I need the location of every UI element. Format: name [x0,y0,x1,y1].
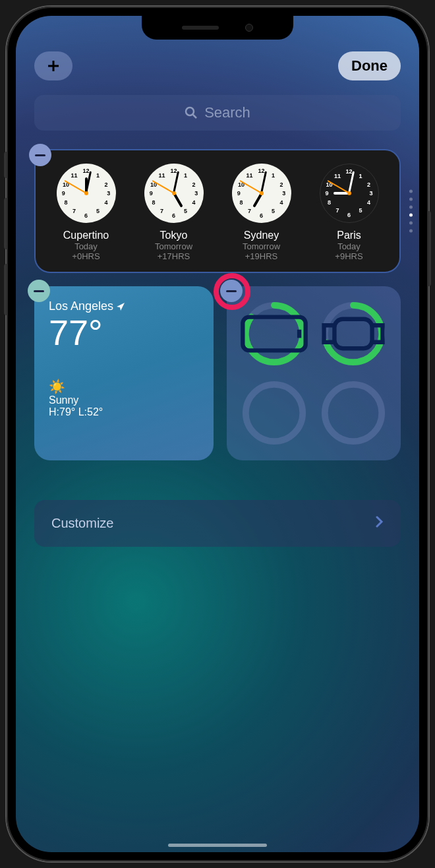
svg-point-11 [246,385,303,441]
svg-rect-10 [334,319,372,348]
clock-item: 121234567891011TokyoTomorrow+17HRS [132,164,215,261]
clock-item: 121234567891011ParisToday+9HRS [308,164,390,261]
remove-world-clock-button[interactable] [29,144,51,166]
done-button[interactable]: Done [338,51,401,80]
home-indicator[interactable] [168,844,267,847]
city-offset: +9HRS [308,251,390,261]
clock-item: 121234567891011CupertinoToday+0HRS [45,164,127,261]
city-name: Paris [308,230,390,241]
world-clock-widget[interactable]: 121234567891011CupertinoToday+0HRS121234… [34,149,401,273]
clock-face: 121234567891011 [232,164,291,223]
weather-condition-icon: ☀️ [49,379,199,394]
city-offset: +19HRS [220,251,303,261]
city-offset: +0HRS [45,251,127,261]
batteries-widget[interactable] [227,286,401,460]
city-day: Today [45,241,127,251]
city-day: Tomorrow [132,241,215,251]
search-input[interactable]: Search [34,95,401,131]
search-icon [185,106,198,119]
battery-ring [239,377,310,449]
add-widget-button[interactable] [34,51,72,80]
plus-icon [46,59,61,73]
weather-hilo: H:79° L:52° [49,406,199,418]
location-arrow-icon [116,302,125,311]
city-day: Tomorrow [220,241,303,251]
remove-batteries-button[interactable] [220,280,243,302]
city-name: Tokyo [132,230,215,241]
weather-location: Los Angeles [49,299,199,313]
svg-line-3 [193,115,196,118]
page-indicator [409,190,413,233]
remove-weather-button[interactable] [28,280,50,302]
svg-point-2 [186,108,194,115]
weather-widget[interactable]: Los Angeles 77° ☀️ Sunny H:79° L:52° [34,286,214,460]
svg-rect-6 [243,317,305,351]
battery-ring [318,298,389,369]
city-offset: +17HRS [132,251,215,261]
weather-temperature: 77° [49,313,199,352]
minus-icon [34,290,44,292]
customize-label: Customize [51,516,113,531]
customize-button[interactable]: Customize [34,500,401,547]
svg-point-12 [325,385,382,441]
screen: Done Search 121234567891011CupertinoToda… [16,16,419,852]
city-name: Sydney [220,230,303,241]
phone-frame: Done Search 121234567891011CupertinoToda… [7,7,428,861]
clock-face: 121234567891011 [57,164,116,223]
city-day: Today [308,241,390,251]
minus-icon [226,290,237,292]
weather-condition: Sunny [49,394,199,406]
chevron-right-icon [376,516,384,531]
minus-icon [35,154,45,156]
city-name: Cupertino [45,230,127,241]
clock-face: 121234567891011 [144,164,204,223]
battery-ring [239,298,310,369]
clock-face: 121234567891011 [320,164,379,223]
battery-ring [318,377,389,449]
clock-item: 121234567891011SydneyTomorrow+19HRS [220,164,303,261]
search-placeholder: Search [204,104,250,121]
notch [142,16,293,40]
